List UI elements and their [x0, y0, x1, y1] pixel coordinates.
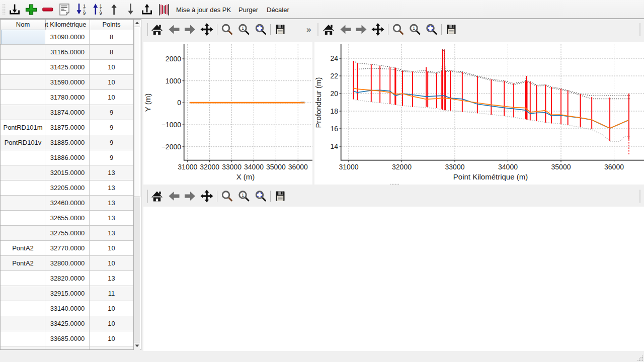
svg-text:1: 1 [413, 26, 415, 31]
svg-text:»: » [306, 25, 311, 34]
svg-text:1: 1 [242, 26, 244, 31]
svg-text:1: 1 [242, 193, 244, 198]
